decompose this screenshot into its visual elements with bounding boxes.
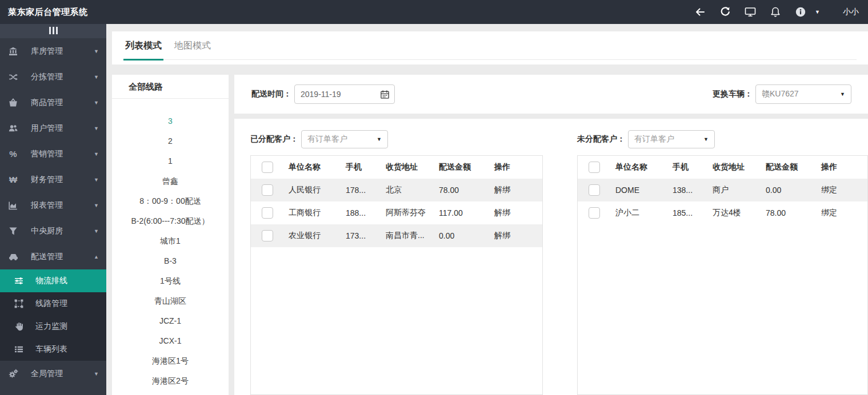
back-icon[interactable] <box>694 6 706 18</box>
tab-map-mode[interactable]: 地图模式 <box>173 40 213 59</box>
row-checkbox[interactable] <box>262 230 273 241</box>
monitor-icon[interactable] <box>744 6 757 18</box>
bind-link[interactable]: 绑定 <box>821 185 837 194</box>
unbind-link[interactable]: 解绑 <box>494 231 510 240</box>
route-item[interactable]: JCX-1 <box>112 331 229 351</box>
header-dropdown-caret-icon[interactable]: ▼ <box>815 9 820 15</box>
assigned-filter-select[interactable]: 有订单客户 ▼ <box>301 130 388 148</box>
chevron-down-icon: ▼ <box>94 228 99 234</box>
sidebar-item-warehouse[interactable]: 库房管理 ▼ <box>0 38 106 64</box>
info-icon[interactable] <box>794 6 807 18</box>
sidebar-subitem-capacity-monitor[interactable]: 运力监测 <box>0 315 106 338</box>
change-vehicle-label: 更换车辆： <box>713 89 753 99</box>
route-item[interactable]: B-3 <box>112 251 229 271</box>
delivery-date-input[interactable]: 2019-11-19 <box>294 84 395 104</box>
route-item[interactable]: 青山湖区 <box>112 291 229 311</box>
select-all-checkbox[interactable] <box>589 162 600 173</box>
route-item[interactable]: 1号线 <box>112 271 229 291</box>
route-item[interactable]: B-2(6:00---7:30配送） <box>112 211 229 231</box>
area-chart-icon <box>8 200 18 211</box>
sidebar: 库房管理 ▼ 分拣管理 ▼ 商品管理 ▼ 用户管理 ▼ % 营销管 <box>0 24 106 395</box>
route-item[interactable]: 8：00-9：00配送 <box>112 191 229 211</box>
sidebar-item-reports[interactable]: 报表管理 ▼ <box>0 192 106 218</box>
sidebar-item-users[interactable]: 用户管理 ▼ <box>0 115 106 141</box>
main-content: 列表模式 地图模式 全部线路 3 2 1 曾鑫 8：00-9：00配送 B-2(… <box>106 24 868 395</box>
vehicle-select[interactable]: 赣KU7627 ▼ <box>755 84 851 104</box>
sidebar-subitem-label: 运力监测 <box>35 321 67 332</box>
sidebar-collapse-toggle[interactable] <box>0 24 106 38</box>
basket-icon <box>8 98 18 108</box>
column-header: 操作 <box>490 162 542 172</box>
row-checkbox[interactable] <box>262 184 273 196</box>
table-row: 工商银行 188... 阿斯蒂芬夺 117.00 解绑 <box>251 201 542 224</box>
route-item[interactable]: 海港区2号 <box>112 371 229 391</box>
route-item[interactable]: JCZ-1 <box>112 311 229 331</box>
sidebar-item-finance[interactable]: ₩ 财务管理 ▼ <box>0 167 106 192</box>
bind-link[interactable]: 绑定 <box>821 208 837 217</box>
row-checkbox[interactable] <box>262 207 273 219</box>
route-item[interactable]: 曾鑫 <box>112 171 229 191</box>
select-caret-icon: ▼ <box>377 136 382 142</box>
bell-icon[interactable] <box>769 6 782 18</box>
row-checkbox[interactable] <box>589 184 600 196</box>
assigned-customers-table: 单位名称 手机 收货地址 配送金额 操作 人民银行 178... 北京 78.0… <box>250 155 543 395</box>
sidebar-item-sorting[interactable]: 分拣管理 ▼ <box>0 64 106 90</box>
unbind-link[interactable]: 解绑 <box>494 185 510 194</box>
list-icon <box>14 344 24 354</box>
app-title: 菜东家后台管理系统 <box>8 7 88 18</box>
sidebar-item-label: 中央厨房 <box>31 226 63 236</box>
won-icon: ₩ <box>8 175 18 185</box>
percent-icon: % <box>8 149 18 159</box>
refresh-icon[interactable] <box>719 6 731 18</box>
routes-list: 3 2 1 曾鑫 8：00-9：00配送 B-2(6:00---7:30配送） … <box>112 99 229 391</box>
cell-name: DOME <box>611 186 668 195</box>
table-header-row: 单位名称 手机 收货地址 配送金额 操作 <box>578 156 867 179</box>
sidebar-subitem-route-management[interactable]: 线路管理 <box>0 292 106 315</box>
cell-amount: 78.00 <box>434 186 490 195</box>
cell-address: 阿斯蒂芬夺 <box>381 208 434 218</box>
route-item[interactable]: 海港区1号 <box>112 351 229 371</box>
tab-list-mode[interactable]: 列表模式 <box>123 40 163 61</box>
sidebar-item-label: 全局管理 <box>31 369 63 379</box>
cell-phone: 188... <box>341 208 381 217</box>
sidebar-item-central-kitchen[interactable]: 中央厨房 ▼ <box>0 218 106 244</box>
sidebar-item-label: 库房管理 <box>31 46 63 57</box>
sidebar-item-marketing[interactable]: % 营销管理 ▼ <box>0 141 106 167</box>
row-checkbox[interactable] <box>589 207 600 219</box>
sidebar-item-label: 财务管理 <box>31 175 63 185</box>
sidebar-item-global[interactable]: 全局管理 ▼ <box>0 361 106 386</box>
route-item[interactable]: 城市1 <box>112 231 229 251</box>
username[interactable]: 小小 <box>843 7 859 17</box>
collapse-icon <box>48 26 58 37</box>
table-row: 农业银行 173... 南昌市青... 0.00 解绑 <box>251 224 542 247</box>
sidebar-item-goods[interactable]: 商品管理 ▼ <box>0 90 106 115</box>
column-header: 配送金额 <box>761 162 817 172</box>
cell-phone: 178... <box>341 186 381 195</box>
cell-amount: 78.00 <box>761 208 817 217</box>
cell-name: 工商银行 <box>284 208 341 218</box>
sidebar-subitem-logistics-routing[interactable]: 物流排线 <box>0 269 106 292</box>
delivery-date-value: 2019-11-19 <box>301 90 341 99</box>
unassigned-filter-select[interactable]: 有订单客户 ▼ <box>628 130 715 148</box>
cell-address: 商户 <box>708 185 761 195</box>
table-row: DOME 138... 商户 0.00 绑定 <box>578 179 867 201</box>
select-all-checkbox[interactable] <box>262 162 273 173</box>
sidebar-item-label: 分拣管理 <box>31 72 63 82</box>
cell-name: 农业银行 <box>284 231 341 241</box>
sidebar-item-label: 配送管理 <box>31 252 63 262</box>
table-row: 人民银行 178... 北京 78.00 解绑 <box>251 179 542 201</box>
sidebar-item-label: 营销管理 <box>31 149 63 159</box>
cell-address: 南昌市青... <box>381 231 434 241</box>
sidebar-subitem-vehicle-list[interactable]: 车辆列表 <box>0 338 106 361</box>
route-item[interactable]: 3 <box>112 111 229 131</box>
sidebar-item-delivery[interactable]: 配送管理 ▲ <box>0 244 106 269</box>
route-item[interactable]: 2 <box>112 131 229 151</box>
unbind-link[interactable]: 解绑 <box>494 208 510 217</box>
assigned-customers-label: 已分配客户： <box>250 134 298 144</box>
sidebar-subitem-label: 车辆列表 <box>35 344 67 354</box>
column-header: 操作 <box>817 162 867 172</box>
delivery-time-label: 配送时间： <box>251 89 291 99</box>
route-item[interactable]: 1 <box>112 151 229 171</box>
unassigned-customers-table: 单位名称 手机 收货地址 配送金额 操作 DOME 138... 商户 0.00… <box>577 155 868 395</box>
sidebar-menu: 库房管理 ▼ 分拣管理 ▼ 商品管理 ▼ 用户管理 ▼ % 营销管 <box>0 38 106 386</box>
